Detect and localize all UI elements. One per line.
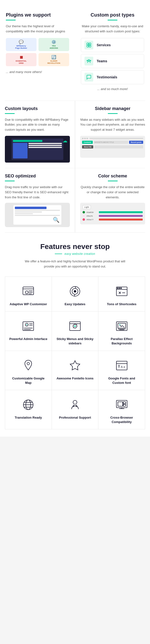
top-section: Plugins we support Our theme has the hig… <box>0 0 150 100</box>
feature-browser: Cross-Browser Compatibility <box>98 390 145 429</box>
color-scheme-section: Color scheme Quickly change the color of… <box>75 168 150 232</box>
layout-bar <box>13 140 42 142</box>
custom-post-types-section: Custom post types Make your contents han… <box>75 7 150 96</box>
seo-color-section: SEO optimized Drag more traffic to your … <box>0 168 150 232</box>
custom-layouts-section: Custom layouts Due to compatibility with… <box>0 101 75 168</box>
feature-admin-label: Powerful Admin Interface <box>9 337 47 341</box>
feature-admin: Powerful Admin Interface <box>5 312 52 351</box>
feature-support: Professional Support <box>52 390 98 429</box>
dot-3 <box>86 138 88 139</box>
features-subtitle-row: easy website creation <box>5 252 145 256</box>
svg-point-40 <box>27 362 30 365</box>
color-dot-3 <box>82 218 85 221</box>
feature-shortcodes-label: Tons of Shortcodes <box>107 302 136 306</box>
color-select-box[interactable]: Light <box>82 205 91 209</box>
plugins-section: Plugins we support Our theme has the hig… <box>0 7 75 96</box>
svg-text:T: T <box>118 364 120 368</box>
seo-line-3 <box>15 213 33 214</box>
feature-support-label: Professional Support <box>59 416 91 420</box>
seo-green-line <box>5 180 14 181</box>
feature-fonts: T A a Google Fonts and Custom font <box>98 351 145 390</box>
cpt-testimonials: Testimonials <box>81 70 144 84</box>
features-grid: Adaptive WP Customizer Easy Updates <box>5 276 145 429</box>
plugins-green-line <box>6 20 16 20</box>
map-icon <box>22 359 34 372</box>
feature-sticky-label: Sticky Menus and Sticky sidebars <box>56 337 94 346</box>
shortcodes-icon-wrap <box>114 284 129 299</box>
feature-updates: Easy Updates <box>52 277 98 312</box>
svg-rect-56 <box>123 404 126 406</box>
layout-preview: ☁ <box>5 136 70 162</box>
services-icon <box>84 41 93 50</box>
cpt-services-label: Services <box>97 43 111 47</box>
feature-adaptive-label: Adaptive WP Customizer <box>10 302 47 306</box>
seo-line-2 <box>15 212 42 212</box>
feature-shortcodes: Tons of Shortcodes <box>98 277 145 312</box>
feature-browser-label: Cross-Browser Compatibility <box>102 416 141 424</box>
feature-map: Customizable Google Map <box>5 351 52 390</box>
feature-fonts-label: Google Fonts and Custom font <box>102 376 141 385</box>
svg-point-52 <box>73 400 77 404</box>
svg-rect-36 <box>118 323 126 328</box>
sidebar-about-btn[interactable]: About Me <box>82 145 93 148</box>
browser-icon-wrap <box>114 398 129 412</box>
seo-line-4 <box>15 215 60 216</box>
color-bar-row-3: #f04e77 <box>82 218 143 221</box>
color-bar-2 <box>99 215 143 217</box>
color-dot-2 <box>82 215 85 217</box>
page-wrapper: Plugins we support Our theme has the hig… <box>0 0 150 437</box>
color-scheme-green-line <box>108 180 118 181</box>
color-scheme-desc: Quickly change the color of the entire w… <box>80 185 145 200</box>
sidebar-buttons-row: Contents WIDGETS ABOVE TITLE Recent post… <box>82 141 143 144</box>
layouts-sidebar-section: Custom layouts Due to compatibility with… <box>0 101 150 168</box>
svg-point-39 <box>119 324 120 325</box>
plugins-desc: Our theme has the highest level of compa… <box>6 24 69 34</box>
features-desc: We offer a feature-rich and highly funct… <box>24 259 126 269</box>
feature-parallax: Parallax Effect Backgrounds <box>98 312 145 351</box>
plugins-title: Plugins we support <box>6 12 69 18</box>
sidebar-recent-btn[interactable]: Recent posts <box>129 141 143 144</box>
fonts-icon-wrap: T A a <box>114 358 129 373</box>
plugin-slider: 🔄 SLIDERREVOLUTION <box>38 53 69 66</box>
layouts-desc: Due to compatibility with the WPBakery P… <box>5 117 70 132</box>
content-bar-3 <box>28 147 62 148</box>
icons-icon-wrap <box>68 358 82 373</box>
features-section: Features never stop easy website creatio… <box>0 233 150 437</box>
adaptive-icon-wrap <box>21 284 36 299</box>
cpt-testimonials-label: Testimonials <box>97 75 117 79</box>
shortcodes-icon <box>116 285 128 298</box>
svg-rect-0 <box>87 43 89 44</box>
color-preview: Light #0a8f38 #f6e2f1 #f04e77 <box>80 203 145 224</box>
browser-compat-icon <box>116 398 128 411</box>
cpt-and-more: ... and so much more! <box>81 87 144 91</box>
plugin-essential: ◼ ESSENTIALGRID <box>6 53 36 66</box>
admin-icon-wrap <box>21 319 36 334</box>
sidebar-green-line <box>108 113 118 114</box>
plugin-trx: ⚙️ TRXADDONS <box>38 38 69 51</box>
svg-text:a: a <box>124 366 125 368</box>
feature-icons: Awesome Fontello Icons <box>52 351 98 390</box>
features-line <box>55 254 62 254</box>
color-hex-3: #f04e77 <box>86 218 98 221</box>
color-dot-1 <box>82 211 85 214</box>
sidebar-contents-btn[interactable]: Contents <box>82 141 93 144</box>
plugin-icons-grid: 💬 WPBakeryPage Builder ⚙️ TRXADDONS ◼ ES… <box>6 38 69 66</box>
svg-text:A: A <box>121 365 123 369</box>
sticky-icon-wrap <box>68 319 82 334</box>
cpt-list: Services Teams <box>81 38 144 84</box>
support-icon-wrap <box>68 398 82 412</box>
cpt-teams-label: Teams <box>97 59 107 63</box>
plugins-and-more: ... and many more others! <box>6 70 69 74</box>
dot-1 <box>82 138 84 139</box>
map-icon-wrap <box>21 358 36 373</box>
layouts-title: Custom layouts <box>5 106 70 111</box>
content-bar-1 <box>28 143 62 144</box>
parallax-icon <box>116 320 128 332</box>
parallax-icon-wrap <box>114 319 129 334</box>
svg-point-30 <box>26 324 27 325</box>
feature-parallax-label: Parallax Effect Backgrounds <box>102 337 141 346</box>
sidebar-dots <box>82 138 143 139</box>
svg-point-9 <box>25 291 28 294</box>
color-bar-row-2: #f6e2f1 <box>82 215 143 217</box>
feature-sticky: Sticky Menus and Sticky sidebars <box>52 312 98 351</box>
